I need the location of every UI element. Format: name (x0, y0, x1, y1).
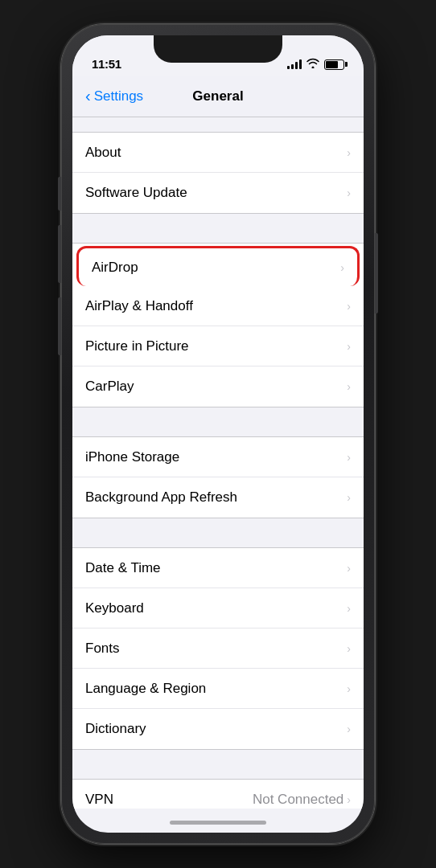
signal-icon (287, 59, 302, 69)
status-time: 11:51 (92, 57, 121, 71)
chevron-icon: › (347, 562, 351, 575)
settings-row-iphone-storage[interactable]: iPhone Storage › (72, 437, 364, 477)
settings-group-2: AirDrop › AirPlay & Handoff › Picture in… (72, 243, 364, 407)
settings-row-fonts[interactable]: Fonts › (72, 628, 364, 669)
airdrop-highlight-wrapper: AirDrop › (72, 244, 364, 286)
chevron-icon: › (347, 491, 351, 504)
notch (154, 35, 282, 63)
settings-row-carplay[interactable]: CarPlay › (72, 366, 364, 407)
settings-group-1: About › Software Update › (72, 132, 364, 214)
chevron-icon: › (347, 642, 351, 655)
section-spacer-4 (72, 750, 364, 779)
chevron-icon: › (347, 340, 351, 353)
settings-row-software-update[interactable]: Software Update › (72, 173, 364, 213)
battery-icon (324, 59, 344, 70)
settings-row-airplay-handoff[interactable]: AirPlay & Handoff › (72, 286, 364, 326)
section-spacer-2 (72, 407, 364, 436)
settings-row-date-time[interactable]: Date & Time › (72, 548, 364, 588)
settings-row-vpn[interactable]: VPN Not Connected › (72, 780, 364, 809)
chevron-icon: › (347, 723, 351, 735)
volume-down-button (58, 297, 61, 355)
chevron-icon: › (347, 300, 351, 313)
settings-content: About › Software Update › (72, 117, 364, 809)
settings-row-language-region[interactable]: Language & Region › (72, 669, 364, 709)
phone-screen: 11:51 (72, 35, 364, 833)
status-icons (287, 58, 344, 71)
chevron-icon: › (347, 793, 351, 806)
settings-row-picture-in-picture[interactable]: Picture in Picture › (72, 326, 364, 366)
vpn-status: Not Connected (253, 792, 343, 808)
settings-row-about[interactable]: About › (72, 133, 364, 173)
wifi-icon (306, 58, 319, 71)
settings-row-airdrop[interactable]: AirDrop › (76, 246, 360, 286)
chevron-icon: › (340, 261, 344, 274)
chevron-icon: › (347, 451, 351, 464)
power-button (375, 233, 378, 313)
chevron-icon: › (347, 602, 351, 615)
section-spacer-1 (72, 214, 364, 243)
home-indicator (170, 821, 266, 825)
phone-frame: 11:51 (61, 24, 375, 844)
section-spacer-top (72, 117, 364, 132)
volume-up-button (58, 225, 61, 283)
back-button[interactable]: ‹ Settings (85, 88, 143, 104)
mute-button (58, 177, 61, 211)
back-label: Settings (94, 88, 143, 104)
chevron-icon: › (347, 682, 351, 695)
settings-group-3: iPhone Storage › Background App Refresh … (72, 436, 364, 518)
settings-group-4: Date & Time › Keyboard › Fonts › (72, 547, 364, 750)
chevron-icon: › (347, 146, 351, 159)
back-chevron-icon: ‹ (85, 88, 91, 104)
settings-row-dictionary[interactable]: Dictionary › (72, 709, 364, 749)
navigation-bar: ‹ Settings General (72, 76, 364, 117)
settings-group-5: VPN Not Connected › (72, 779, 364, 809)
chevron-icon: › (347, 186, 351, 199)
settings-row-keyboard[interactable]: Keyboard › (72, 588, 364, 628)
chevron-icon: › (347, 380, 351, 393)
settings-row-background-app-refresh[interactable]: Background App Refresh › (72, 477, 364, 518)
section-spacer-3 (72, 518, 364, 547)
page-title: General (192, 88, 243, 104)
